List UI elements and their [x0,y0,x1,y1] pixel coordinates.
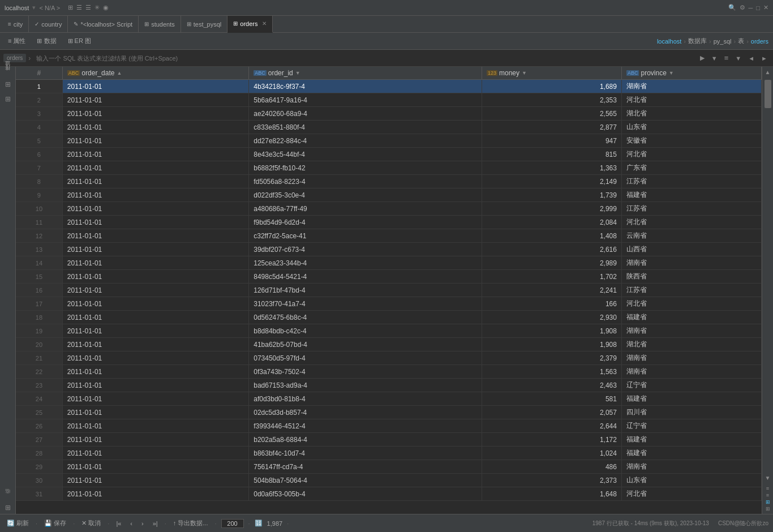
breadcrumb-database[interactable]: 数据库 [688,37,707,45]
table-row[interactable]: 42011-01-01c833e851-880f-42,877山东省 [16,121,762,134]
th-order-date[interactable]: ABC order_date ▲ [62,67,248,80]
window-min[interactable]: ─ [749,5,753,11]
tab-orders-close[interactable]: ✕ [262,20,267,27]
table-row[interactable]: 12011-01-014b34218c-9f37-41,689湖南省 [16,80,762,93]
host-label[interactable]: localhost [5,5,29,11]
tab-localhost-script[interactable]: ✎ *<localhost> Script [68,16,139,33]
filter-sort-btn[interactable]: ≡ [722,53,731,63]
table-row[interactable]: 132011-01-0139dbf207-c673-42,616山西省 [16,243,762,256]
table-row[interactable]: 142011-01-01125cea23-344b-42,989湖南省 [16,256,762,270]
table-row[interactable]: 182011-01-010d562475-6b8c-42,930福建省 [16,311,762,324]
tab-country[interactable]: ✓ country [29,16,68,33]
table-row[interactable]: 292011-01-01756147ff-cd7a-4486湖南省 [16,460,762,474]
tab-test-pysql[interactable]: ⊞ test_pysql [181,16,228,33]
window-close[interactable]: ✕ [763,4,768,11]
toolbar-properties[interactable]: ≡ 属性 [5,36,29,46]
table-row[interactable]: 32011-01-01ae240260-68a9-42,565湖北省 [16,107,762,121]
table-row[interactable]: 242011-01-01af0d3bd0-81b8-4581福建省 [16,392,762,406]
sidebar-icon-panel[interactable]: ⊞ [3,93,13,105]
table-row[interactable]: 152011-01-018498c5d4-5421-41,702陕西省 [16,270,762,284]
table-row[interactable]: 72011-01-01b6882f5f-fb10-421,363广东省 [16,161,762,175]
toolbar-er[interactable]: ⊞ ER 图 [65,36,95,46]
tab-city-icon: ≡ [8,21,11,27]
tab-city[interactable]: ≡ city [2,16,29,33]
th-province[interactable]: ABC province ▼ [621,67,761,80]
refresh-btn[interactable]: 🔄 刷新 [5,518,31,529]
icon-circle[interactable]: ◉ [103,4,109,11]
window-max[interactable]: □ [756,5,760,11]
filter-filter-btn[interactable]: ▼ [733,54,744,63]
table-row[interactable]: 312011-01-010d0a6f53-005b-41,648河北省 [16,487,762,501]
filter-input[interactable] [33,54,695,63]
table-row[interactable]: 302011-01-01504b8ba7-5064-42,373山东省 [16,474,762,487]
nav-last[interactable]: »| [151,519,160,528]
table-row[interactable]: 272011-01-01b202a5a8-6884-41,172福建省 [16,433,762,447]
na-label: < N/A > [39,5,60,11]
icon-star[interactable]: ✳ [95,4,100,11]
table-row[interactable]: 162011-01-01126d71bf-47bd-42,241江苏省 [16,284,762,297]
table-row[interactable]: 62011-01-018e43e3c5-44bf-4815河北省 [16,148,762,161]
tab-students[interactable]: ⊞ students [139,16,181,33]
scroll-down-btn[interactable]: ▼ [763,473,773,483]
nav-prev[interactable]: ‹ [128,519,135,528]
icon-menu2[interactable]: ☰ [85,4,91,11]
sidebar-icon-filter2[interactable]: ⊞ [3,78,13,91]
breadcrumb-localhost[interactable]: localhost [657,38,681,45]
tab-orders[interactable]: ⊞ orders ✕ [227,16,273,33]
table-row[interactable]: 172011-01-0131023f70-41a7-4166河北省 [16,297,762,311]
table-row[interactable]: 202011-01-0141ba62b5-07bd-41,908湖北省 [16,338,762,351]
search-icon[interactable]: 🔍 [728,4,736,11]
limit-input[interactable] [221,519,244,528]
sidebar-icon-bottom2[interactable]: ⊞ [3,501,13,514]
nav-first[interactable]: |« [114,519,123,528]
settings-icon[interactable]: ⚙ [740,4,745,11]
table-row[interactable]: 112011-01-01f9bd54d9-6d2d-42,084河北省 [16,216,762,229]
table-row[interactable]: 232011-01-01bad67153-ad9a-42,463辽宁省 [16,379,762,392]
col-ctrl-4[interactable]: ⊞ [766,506,770,512]
sidebar-icon-filter[interactable]: 过滤 [3,69,12,71]
sidebar-icon-sort[interactable]: 排序 [3,74,12,76]
nav-next[interactable]: › [139,519,146,528]
table-row[interactable]: 122011-01-01c32ff7d2-5ace-411,408云南省 [16,229,762,243]
table-row[interactable]: 262011-01-01f3993446-4512-42,644辽宁省 [16,419,762,433]
cancel-icon: ✕ [81,520,87,526]
table-row[interactable]: 52011-01-01dd27e822-884c-4947安徽省 [16,134,762,148]
export-btn[interactable]: ↑ 导出数据... [171,518,211,529]
table-row[interactable]: 192011-01-01b8d84bdb-c42c-41,908湖南省 [16,324,762,338]
table-row[interactable]: 252011-01-0102dc5d3d-b857-42,057四川省 [16,406,762,419]
scroll-up-btn[interactable]: ▲ [763,67,773,78]
filter-nav-right[interactable]: ► [759,54,770,63]
table-row[interactable]: 282011-01-01b863bf4c-10d7-41,024福建省 [16,447,762,460]
sidebar-icon-bottom1[interactable]: 临 [3,497,12,499]
table-row[interactable]: 22011-01-015b6a6417-9a16-42,353河北省 [16,93,762,107]
table-row[interactable]: 212011-01-01073450d5-97fd-42,379湖南省 [16,351,762,365]
table-row[interactable]: 222011-01-010f3a743b-7502-41,563湖南省 [16,365,762,379]
breadcrumb-orders[interactable]: orders [751,38,768,45]
tab-country-icon: ✓ [35,21,39,27]
col-ctrl-3[interactable]: ⊞ [766,499,770,505]
cell-row-num: 1 [16,80,62,93]
filter-run-btn[interactable]: ▶ [698,53,707,63]
icon-menu1[interactable]: ☰ [76,4,82,11]
cancel-btn[interactable]: ✕ 取消 [79,518,103,529]
scroll-thumb[interactable] [765,80,771,108]
filter-nav-left[interactable]: ◄ [746,54,757,63]
table-row[interactable]: 102011-01-01a480686a-77ff-492,999江苏省 [16,202,762,216]
toolbar-data[interactable]: ⊞ 数据 [33,36,59,46]
cell-row-num: 12 [16,229,62,243]
cell-row-num: 7 [16,161,62,175]
save-btn[interactable]: 💾 保存 [42,518,68,529]
filter-dropdown-btn[interactable]: ▼ [709,54,720,63]
table-container[interactable]: # ABC order_date ▲ ABC order_id [16,67,762,514]
table-row[interactable]: 92011-01-01d022df35-3c0e-41,739福建省 [16,188,762,202]
col-ctrl-1[interactable]: ≡ [766,486,769,491]
icon-grid[interactable]: ⊞ [68,4,73,11]
th-money[interactable]: 123 money ▼ [482,67,621,80]
breadcrumb-py-sql[interactable]: py_sql [714,38,732,45]
breadcrumb-table[interactable]: 表 [738,37,744,45]
cell-order-date: 2011-01-01 [62,175,248,188]
table-row[interactable]: 82011-01-01fd5056a8-8223-42,149江苏省 [16,175,762,188]
refresh-label: 刷新 [16,520,29,526]
th-order-id[interactable]: ABC order_id ▼ [249,67,482,80]
col-ctrl-2[interactable]: ≡ [766,492,769,498]
